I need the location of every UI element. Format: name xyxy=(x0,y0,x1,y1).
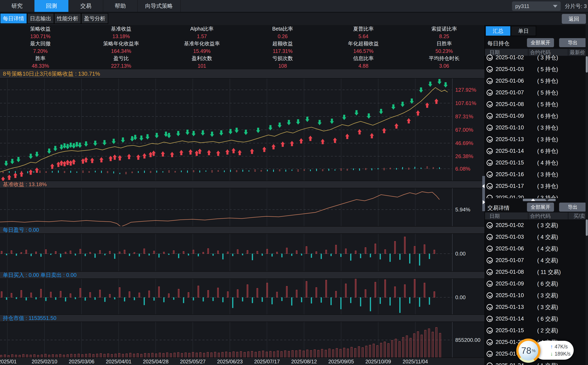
holding-row[interactable]: 2025-01-13( 3 持仓) xyxy=(485,133,586,145)
chevron-down-circle-icon[interactable] xyxy=(487,363,493,365)
sub-nav-tab-3[interactable]: 性能分析 xyxy=(54,13,81,24)
top-nav-tab-5[interactable]: 向导式策略 xyxy=(138,0,181,12)
chevron-down-circle-icon[interactable] xyxy=(487,113,493,119)
chevron-down-circle-icon[interactable] xyxy=(487,183,493,189)
holding-row[interactable]: 2025-01-07( 5 持仓) xyxy=(485,87,586,98)
holdings-expand-all-button[interactable]: 全部展开 xyxy=(527,38,554,47)
trades-expand-all-button[interactable]: 全部展开 xyxy=(527,203,554,212)
trade-row[interactable]: 2025-01-08( 11 交易) xyxy=(485,266,586,278)
chevron-down-circle-icon[interactable] xyxy=(487,222,493,228)
holding-row[interactable]: 2025-01-10( 3 持仓) xyxy=(485,122,586,133)
summary-tab-2[interactable]: 单日 xyxy=(511,26,536,36)
chevron-down-circle-icon[interactable] xyxy=(487,292,493,299)
chevron-down-circle-icon[interactable] xyxy=(487,66,493,72)
trades-scrollbar-thumb[interactable] xyxy=(586,219,588,236)
panel-scrollbar[interactable] xyxy=(586,25,588,365)
chevron-down-circle-icon[interactable] xyxy=(487,316,493,322)
progress-percent: 78 xyxy=(521,345,531,356)
stat-label: 年化超额收益 xyxy=(348,40,379,47)
stat-label: 策略年化收益率 xyxy=(103,40,139,47)
chevron-down-circle-icon[interactable] xyxy=(487,148,493,154)
chevron-down-circle-icon[interactable] xyxy=(487,257,493,264)
trade-count: ( 3 交易) xyxy=(537,222,558,229)
chevron-down-circle-icon[interactable] xyxy=(487,90,493,96)
chart-canvas xyxy=(0,279,485,315)
progress-percent-sign: % xyxy=(532,348,536,353)
collapse-right-icon[interactable] xyxy=(483,200,485,204)
holding-row[interactable]: 2025-01-02( 3 持仓) xyxy=(485,52,586,63)
daily-pnl-label: 每日盈亏 : 0.00 xyxy=(3,226,39,234)
holding-row[interactable]: 2025-01-17( 3 持仓) xyxy=(485,180,586,192)
holding-row[interactable]: 2025-01-08( 5 持仓) xyxy=(485,98,586,110)
back-button[interactable]: 返回 xyxy=(562,14,586,24)
chevron-down-circle-icon[interactable] xyxy=(487,304,493,310)
collapse-down-icon[interactable] xyxy=(545,199,549,201)
trade-row[interactable]: 2025-01-24( 1 交易) xyxy=(485,360,586,365)
chevron-down-circle-icon[interactable] xyxy=(487,171,493,178)
chevron-down-circle-icon[interactable] xyxy=(487,78,493,84)
chart-canvas xyxy=(0,78,485,181)
chart-panel-splitter[interactable] xyxy=(482,176,485,211)
holdings-export-button[interactable]: 导出 xyxy=(559,38,586,47)
chevron-down-circle-icon[interactable] xyxy=(487,101,493,107)
trade-row[interactable]: 2025-01-09( 6 交易) xyxy=(485,278,586,289)
trades-export-button[interactable]: 导出 xyxy=(559,203,586,212)
holding-row[interactable]: 2025-01-06( 5 持仓) xyxy=(485,75,586,87)
top-nav-tab-3[interactable]: 交易 xyxy=(69,0,103,12)
trade-row[interactable]: 2025-01-13( 3 交易) xyxy=(485,301,586,313)
holding-row[interactable]: 2025-01-16( 3 持仓) xyxy=(485,168,586,180)
top-nav-tab-4[interactable]: 帮助 xyxy=(103,0,138,12)
stat-日胜率: 日胜率50.23% xyxy=(404,40,485,55)
top-nav-tab-1[interactable]: 研究 xyxy=(0,0,34,12)
trade-row[interactable]: 2025-01-07( 4 交易) xyxy=(485,254,586,266)
axis-tick-label: 5.94% xyxy=(455,206,470,213)
python-env-value: py311 xyxy=(515,3,529,9)
holding-row[interactable]: 2025-01-15( 4 持仓) xyxy=(485,157,586,168)
stat-Alpha比率: Alpha比率1.57 xyxy=(161,25,242,40)
panel-resize-handle[interactable] xyxy=(523,199,556,201)
column-header-1: 日期 xyxy=(485,212,528,219)
chevron-down-circle-icon[interactable] xyxy=(487,269,493,275)
chevron-down-circle-icon[interactable] xyxy=(487,351,493,357)
holding-date: 2025-01-08 xyxy=(496,101,524,107)
download-progress-widget[interactable]: 78 % xyxy=(516,338,540,363)
holding-row[interactable]: 2025-01-14( 6 持仓) xyxy=(485,145,586,157)
holding-row[interactable]: 2025-01-09( 6 持仓) xyxy=(485,110,586,122)
stat-value: 7.20% xyxy=(33,48,48,54)
python-env-select[interactable]: py311 xyxy=(512,1,561,11)
chevron-down-circle-icon[interactable] xyxy=(487,125,493,131)
chevron-down-circle-icon[interactable] xyxy=(487,328,493,334)
sub-nav-tab-2[interactable]: 日志输出 xyxy=(27,13,54,24)
chevron-down-circle-icon[interactable] xyxy=(487,160,493,166)
summary-tab-1[interactable]: 汇总 xyxy=(485,26,511,36)
top-nav-tab-2[interactable]: 回测 xyxy=(34,0,69,12)
collapse-up-icon[interactable] xyxy=(531,198,535,201)
trade-date: 2025-01-09 xyxy=(496,281,524,287)
trade-row[interactable]: 2025-01-03( 4 交易) xyxy=(485,231,586,243)
trades-section-header: 交易详情 全部展开 导出 xyxy=(485,203,588,212)
holding-date: 2025-01-13 xyxy=(496,136,524,142)
holding-row[interactable]: 2025-01-03( 5 持仓) xyxy=(485,63,586,75)
trade-row[interactable]: 2025-01-02( 3 交易) xyxy=(485,219,586,231)
stat-label: 平均持仓时长 xyxy=(429,55,459,62)
trade-date: 2025-01-02 xyxy=(496,222,524,228)
chevron-down-circle-icon[interactable] xyxy=(487,281,493,287)
collapse-left-icon[interactable] xyxy=(482,184,485,188)
chevron-down-circle-icon[interactable] xyxy=(487,339,493,345)
trade-row[interactable]: 2025-01-15( 2 交易) xyxy=(485,325,586,336)
chevron-down-circle-icon[interactable] xyxy=(487,246,493,252)
holding-count: ( 6 持仓) xyxy=(537,112,558,120)
holding-row[interactable]: 2025-01-20( 3 持仓) xyxy=(485,192,586,198)
chevron-down-circle-icon[interactable] xyxy=(487,136,493,142)
sub-nav-tab-1[interactable]: 每日详情 xyxy=(0,13,27,24)
trade-date: 2025-01-07 xyxy=(496,257,524,264)
chevron-down-circle-icon[interactable] xyxy=(487,234,493,240)
trade-row[interactable]: 2025-01-14( 6 交易) xyxy=(485,313,586,325)
chevron-down-circle-icon[interactable] xyxy=(487,195,493,198)
trade-row[interactable]: 2025-01-10( 3 交易) xyxy=(485,289,586,301)
stat-胜率: 胜率48.33% xyxy=(0,55,81,69)
chevron-down-circle-icon[interactable] xyxy=(487,55,493,61)
trade-row[interactable]: 2025-01-06( 4 交易) xyxy=(485,243,586,254)
holdings-scrollbar-thumb[interactable] xyxy=(586,56,588,73)
sub-nav-tab-4[interactable]: 盈亏分析 xyxy=(81,13,108,24)
